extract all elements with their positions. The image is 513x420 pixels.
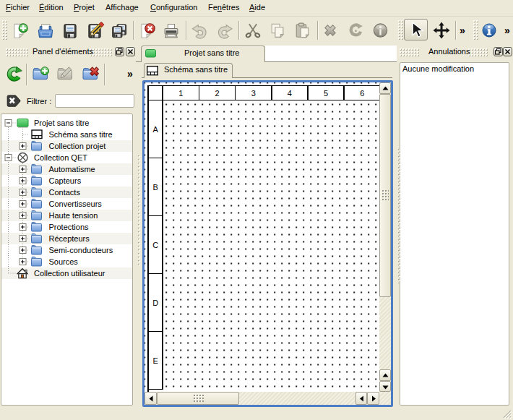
svg-text:3: 3 [251, 88, 255, 97]
svg-text:Récepteurs: Récepteurs [49, 234, 90, 243]
svg-text:Collection utilisateur: Collection utilisateur [34, 269, 105, 278]
svg-text:Convertisseurs: Convertisseurs [49, 200, 103, 208]
svg-text:»: » [460, 25, 465, 36]
svg-text:1: 1 [178, 88, 183, 97]
svg-text:Collection QET: Collection QET [34, 153, 87, 162]
svg-text:Semi-conducteurs: Semi-conducteurs [49, 246, 113, 254]
svg-text:D: D [152, 298, 158, 307]
svg-text:A: A [152, 124, 158, 133]
svg-text:4: 4 [287, 88, 291, 97]
svg-text:2: 2 [215, 88, 219, 97]
svg-text:Projet sans titre: Projet sans titre [34, 119, 89, 127]
svg-text:Capteurs: Capteurs [49, 176, 82, 185]
svg-text:Haute tension: Haute tension [49, 211, 98, 220]
svg-text:B: B [152, 182, 158, 191]
svg-text:Collection projet: Collection projet [49, 142, 106, 150]
svg-text:5: 5 [324, 88, 328, 97]
svg-text:Sources: Sources [49, 257, 79, 266]
svg-text:E: E [152, 356, 158, 364]
svg-text:Automatisme: Automatisme [49, 165, 95, 173]
svg-text:Contacts: Contacts [49, 188, 81, 197]
svg-text:Protections: Protections [49, 223, 90, 231]
svg-text:C: C [152, 240, 158, 249]
svg-text:Schéma sans titre: Schéma sans titre [49, 130, 113, 139]
svg-text:6: 6 [360, 88, 364, 97]
svg-text:»: » [504, 25, 510, 36]
